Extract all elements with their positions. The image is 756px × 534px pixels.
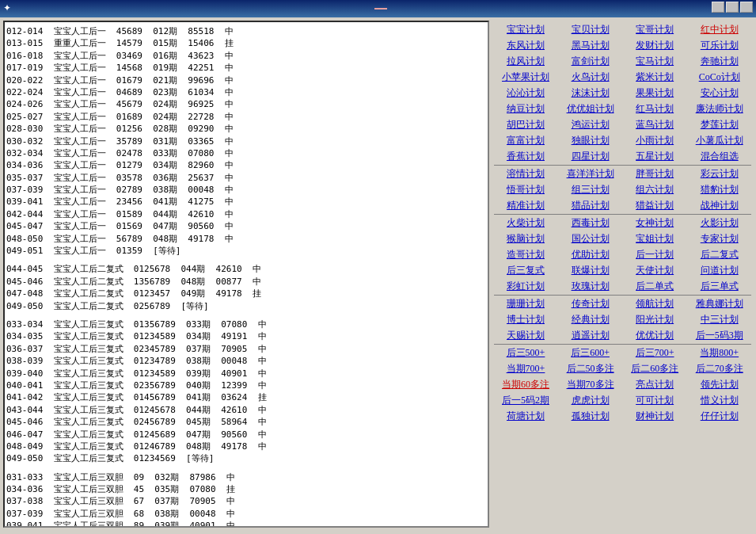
plan-link[interactable]: 后三复式 <box>494 263 558 278</box>
plan-link[interactable]: 经典计划 <box>558 312 622 327</box>
plan-link[interactable]: 奔驰计划 <box>687 54 751 69</box>
plan-link[interactable]: 后一5码2期 <box>494 393 558 408</box>
plan-link[interactable]: 纳豆计划 <box>494 101 558 116</box>
plan-link[interactable]: 后三单式 <box>687 279 751 294</box>
close-button[interactable] <box>740 2 753 13</box>
plan-link[interactable]: 国公计划 <box>558 231 622 246</box>
minimize-button[interactable] <box>712 2 724 13</box>
plan-link[interactable]: 后二复式 <box>687 247 751 262</box>
plan-link[interactable]: 中三计划 <box>687 312 751 327</box>
plan-link[interactable]: 红中计划 <box>687 22 751 37</box>
plan-link[interactable]: 优优姐计划 <box>558 101 622 116</box>
plan-link[interactable]: 玫瑰计划 <box>558 279 622 294</box>
plan-link[interactable]: 沁沁计划 <box>494 86 558 101</box>
plan-link[interactable]: 后二70多注 <box>687 361 751 376</box>
plan-link[interactable]: 小苹果计划 <box>494 70 558 85</box>
plan-link[interactable]: 专家计划 <box>687 231 751 246</box>
plan-link[interactable]: 造哥计划 <box>494 247 558 262</box>
plan-link[interactable]: 亮点计划 <box>623 377 687 392</box>
plan-link[interactable]: 猎益计划 <box>623 198 687 213</box>
plan-link[interactable]: 黑马计划 <box>558 38 622 53</box>
plan-link[interactable]: 宝姐计划 <box>623 231 687 246</box>
plan-link[interactable]: 发财计划 <box>623 38 687 53</box>
plan-link[interactable]: 当期700+ <box>494 361 558 376</box>
plan-link[interactable]: 西毒计划 <box>558 216 622 231</box>
plan-link[interactable]: 后三600+ <box>558 345 622 360</box>
plan-link[interactable]: 胖哥计划 <box>623 166 687 181</box>
plan-link[interactable]: 后二60多注 <box>623 361 687 376</box>
plan-link[interactable]: 雅典娜计划 <box>687 296 751 311</box>
plan-link[interactable]: 可可计划 <box>623 393 687 408</box>
plan-link[interactable]: 火柴计划 <box>494 216 558 231</box>
plan-link[interactable]: 领航计划 <box>623 296 687 311</box>
plan-link[interactable]: 紫米计划 <box>623 70 687 85</box>
plan-link[interactable]: 宝马计划 <box>623 54 687 69</box>
maximize-button[interactable] <box>726 2 739 13</box>
plan-link[interactable]: 精准计划 <box>494 198 558 213</box>
plan-link[interactable]: 孤独计划 <box>558 409 622 424</box>
plan-link[interactable]: 阳光计划 <box>623 312 687 327</box>
plan-link[interactable]: 沫沫计划 <box>558 86 622 101</box>
plan-link[interactable]: 后三500+ <box>494 345 558 360</box>
plan-link[interactable]: 后二50多注 <box>558 361 622 376</box>
plan-link[interactable]: 东风计划 <box>494 38 558 53</box>
plan-link[interactable]: 逍遥计划 <box>558 328 622 343</box>
plan-link[interactable]: 猎豹计划 <box>687 182 751 197</box>
plan-link[interactable]: 红马计划 <box>623 101 687 116</box>
plan-link[interactable]: 富富计划 <box>494 133 558 148</box>
plan-link[interactable]: 领先计划 <box>687 377 751 392</box>
plan-link[interactable]: 后二单式 <box>623 279 687 294</box>
plan-link[interactable]: 组六计划 <box>623 182 687 197</box>
plan-link[interactable]: 惜义计划 <box>687 393 751 408</box>
plan-link[interactable]: 火鸟计划 <box>558 70 622 85</box>
plan-link[interactable]: 传奇计划 <box>558 296 622 311</box>
plan-link[interactable]: 宝宝计划 <box>494 22 558 37</box>
plan-link[interactable]: 宝贝计划 <box>558 22 622 37</box>
plan-link[interactable]: 问道计划 <box>687 263 751 278</box>
plan-link[interactable]: 天赐计划 <box>494 328 558 343</box>
plan-link[interactable]: 猎品计划 <box>558 198 622 213</box>
plan-link[interactable]: 珊珊计划 <box>494 296 558 311</box>
plan-link[interactable]: 胡巴计划 <box>494 117 558 132</box>
plan-link[interactable]: 溶情计划 <box>494 166 558 181</box>
plan-link[interactable]: 蓝鸟计划 <box>623 117 687 132</box>
plan-link[interactable]: 虎虎计划 <box>558 393 622 408</box>
plan-link[interactable]: 当期800+ <box>687 345 751 360</box>
plan-link[interactable]: 可乐计划 <box>687 38 751 53</box>
plan-link[interactable]: 梦莲计划 <box>687 117 751 132</box>
plan-link[interactable]: CoCo计划 <box>687 70 751 85</box>
plan-link[interactable]: 小雨计划 <box>623 133 687 148</box>
plan-link[interactable]: 喜洋洋计划 <box>558 166 622 181</box>
plan-link[interactable]: 悟哥计划 <box>494 182 558 197</box>
plan-link[interactable]: 后一5码3期 <box>687 328 751 343</box>
plan-link[interactable]: 博士计划 <box>494 312 558 327</box>
plan-link[interactable]: 后三700+ <box>623 345 687 360</box>
plan-link[interactable]: 拉风计划 <box>494 54 558 69</box>
plan-link[interactable]: 四星计划 <box>558 149 622 164</box>
plan-link[interactable]: 火影计划 <box>687 216 751 231</box>
plan-link[interactable]: 仔仔计划 <box>687 409 751 424</box>
plan-link[interactable]: 廉法师计划 <box>687 101 751 116</box>
plan-link[interactable]: 独眼计划 <box>558 133 622 148</box>
plan-link[interactable]: 猴脑计划 <box>494 231 558 246</box>
plan-link[interactable]: 优助计划 <box>558 247 622 262</box>
plan-link[interactable]: 香蕉计划 <box>494 149 558 164</box>
plan-link[interactable]: 彩云计划 <box>687 166 751 181</box>
plan-link[interactable]: 混合组选 <box>687 149 751 164</box>
right-scrollable[interactable]: 宝宝计划宝贝计划宝哥计划红中计划东风计划黑马计划发财计划可乐计划拉风计划富剑计划… <box>492 21 753 531</box>
plan-link[interactable]: 荷塘计划 <box>494 409 558 424</box>
plan-link[interactable]: 优优计划 <box>623 328 687 343</box>
plan-link[interactable]: 小薯瓜计划 <box>687 133 751 148</box>
plan-link[interactable]: 当期70多注 <box>558 377 622 392</box>
plan-link[interactable]: 富剑计划 <box>558 54 622 69</box>
plan-link[interactable]: 当期60多注 <box>494 377 558 392</box>
plan-link[interactable]: 女神计划 <box>623 216 687 231</box>
content-scroll[interactable]: 012-014 宝宝人工后一 45689 012期 85518 中013-015… <box>5 22 488 526</box>
plan-link[interactable]: 安心计划 <box>687 86 751 101</box>
plan-link[interactable]: 天使计划 <box>623 263 687 278</box>
plan-link[interactable]: 五星计划 <box>623 149 687 164</box>
plan-link[interactable]: 彩虹计划 <box>494 279 558 294</box>
plan-link[interactable]: 财神计划 <box>623 409 687 424</box>
plan-link[interactable]: 组三计划 <box>558 182 622 197</box>
plan-link[interactable]: 战神计划 <box>687 198 751 213</box>
